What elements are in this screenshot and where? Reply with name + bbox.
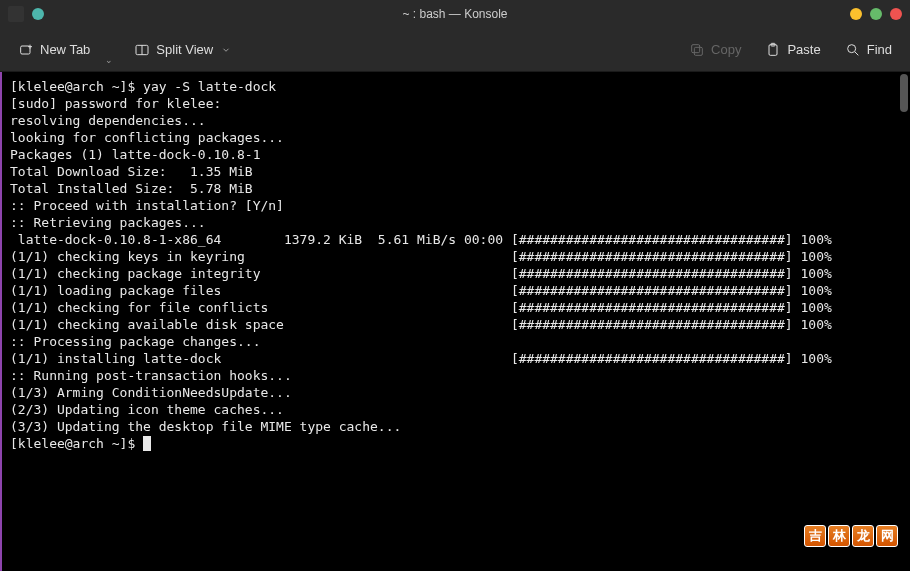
copy-button[interactable]: Copy xyxy=(683,38,747,62)
terminal-line: (1/1) checking keys in keyring [########… xyxy=(10,248,902,265)
watermark-char: 吉 xyxy=(804,525,826,547)
terminal-line: (1/1) checking package integrity [######… xyxy=(10,265,902,282)
terminal-line: latte-dock-0.10.8-1-x86_64 1379.2 KiB 5.… xyxy=(10,231,902,248)
terminal-line: Total Installed Size: 5.78 MiB xyxy=(10,180,902,197)
terminal-line: :: Processing package changes... xyxy=(10,333,902,350)
toolbar: New Tab ⌄ Split View Copy Paste Find xyxy=(0,28,910,72)
split-view-label: Split View xyxy=(156,42,213,57)
svg-rect-5 xyxy=(694,47,702,55)
new-tab-icon xyxy=(18,42,34,58)
chevron-down-icon xyxy=(221,45,231,55)
titlebar: ~ : bash — Konsole xyxy=(0,0,910,28)
paste-label: Paste xyxy=(787,42,820,57)
terminal-line: :: Retrieving packages... xyxy=(10,214,902,231)
paste-button[interactable]: Paste xyxy=(759,38,826,62)
svg-rect-6 xyxy=(692,44,700,52)
new-tab-label: New Tab xyxy=(40,42,90,57)
svg-line-10 xyxy=(855,52,858,55)
terminal-cursor xyxy=(143,436,151,451)
pin-icon[interactable] xyxy=(32,8,44,20)
paste-icon xyxy=(765,42,781,58)
watermark: 吉 林 龙 网 xyxy=(804,525,898,547)
terminal-line: [sudo] password for klelee: xyxy=(10,95,902,112)
titlebar-left xyxy=(8,6,44,22)
terminal-line: (1/1) checking available disk space [###… xyxy=(10,316,902,333)
terminal-line: :: Proceed with installation? [Y/n] xyxy=(10,197,902,214)
maximize-button[interactable] xyxy=(870,8,882,20)
terminal-output[interactable]: [klelee@arch ~]$ yay -S latte-dock[sudo]… xyxy=(0,72,910,571)
watermark-char: 龙 xyxy=(852,525,874,547)
split-view-button[interactable]: Split View xyxy=(128,38,237,62)
copy-label: Copy xyxy=(711,42,741,57)
watermark-char: 网 xyxy=(876,525,898,547)
terminal-line: resolving dependencies... xyxy=(10,112,902,129)
watermark-char: 林 xyxy=(828,525,850,547)
terminal-line: (2/3) Updating icon theme caches... xyxy=(10,401,902,418)
search-icon xyxy=(845,42,861,58)
terminal-line: Packages (1) latte-dock-0.10.8-1 xyxy=(10,146,902,163)
terminal-line: [klelee@arch ~]$ yay -S latte-dock xyxy=(10,78,902,95)
split-view-icon xyxy=(134,42,150,58)
terminal-line: Total Download Size: 1.35 MiB xyxy=(10,163,902,180)
terminal-line: looking for conflicting packages... xyxy=(10,129,902,146)
new-tab-button[interactable]: New Tab xyxy=(12,38,96,62)
terminal-line: (3/3) Updating the desktop file MIME typ… xyxy=(10,418,902,435)
svg-point-9 xyxy=(847,44,855,52)
terminal-prompt-line: [klelee@arch ~]$ xyxy=(10,435,902,452)
minimize-button[interactable] xyxy=(850,8,862,20)
find-button[interactable]: Find xyxy=(839,38,898,62)
find-label: Find xyxy=(867,42,892,57)
terminal-prompt: [klelee@arch ~]$ xyxy=(10,436,143,451)
close-button[interactable] xyxy=(890,8,902,20)
terminal-line: (1/1) installing latte-dock [###########… xyxy=(10,350,902,367)
svg-rect-0 xyxy=(21,46,30,54)
window-controls xyxy=(850,8,902,20)
app-icon xyxy=(8,6,24,22)
terminal-line: (1/3) Arming ConditionNeedsUpdate... xyxy=(10,384,902,401)
new-tab-dropdown[interactable]: ⌄ xyxy=(102,55,116,65)
terminal-line: :: Running post-transaction hooks... xyxy=(10,367,902,384)
copy-icon xyxy=(689,42,705,58)
scrollbar-thumb[interactable] xyxy=(900,74,908,112)
terminal-line: (1/1) loading package files [###########… xyxy=(10,282,902,299)
window-title: ~ : bash — Konsole xyxy=(402,7,507,21)
terminal-line: (1/1) checking for file conflicts [#####… xyxy=(10,299,902,316)
